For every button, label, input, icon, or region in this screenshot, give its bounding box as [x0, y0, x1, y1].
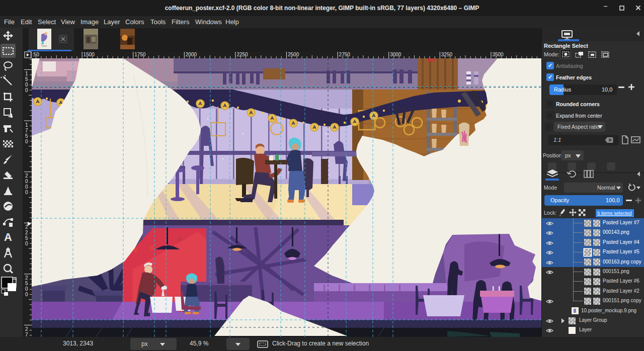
svg-text:2: 2 [25, 326, 28, 332]
svg-text:0: 0 [25, 184, 28, 190]
svg-text:1: 1 [25, 71, 28, 76]
svg-text:5: 5 [25, 281, 28, 286]
svg-text:0: 0 [25, 82, 28, 87]
svg-text:3000: 3000 [390, 52, 401, 57]
svg-text:2: 2 [25, 275, 28, 281]
svg-text:0: 0 [25, 139, 28, 144]
svg-text:0: 0 [25, 286, 28, 292]
svg-text:3500: 3500 [492, 52, 504, 57]
svg-text:5: 5 [25, 133, 28, 139]
svg-text:0: 0 [25, 190, 28, 195]
svg-text:5: 5 [25, 235, 28, 241]
svg-text:7: 7 [25, 332, 28, 337]
svg-text:A: A [4, 231, 12, 243]
svg-text:2750: 2750 [339, 52, 351, 57]
svg-text:2: 2 [25, 173, 28, 179]
svg-text:0: 0 [25, 179, 28, 184]
svg-text:3250: 3250 [441, 52, 453, 57]
svg-text:2250: 2250 [236, 52, 248, 57]
svg-text:2000: 2000 [186, 52, 197, 57]
svg-text:1500: 1500 [84, 52, 95, 57]
svg-text::50: :50 [32, 52, 39, 57]
svg-text:1750: 1750 [134, 52, 146, 57]
svg-text:0: 0 [25, 87, 28, 93]
svg-text:1: 1 [25, 122, 28, 128]
svg-text:2500: 2500 [288, 52, 299, 57]
svg-text:5: 5 [25, 76, 28, 82]
svg-text:2: 2 [25, 230, 28, 235]
svg-text:7: 7 [25, 128, 28, 133]
svg-text:0: 0 [25, 241, 28, 246]
svg-text:0: 0 [25, 292, 28, 297]
